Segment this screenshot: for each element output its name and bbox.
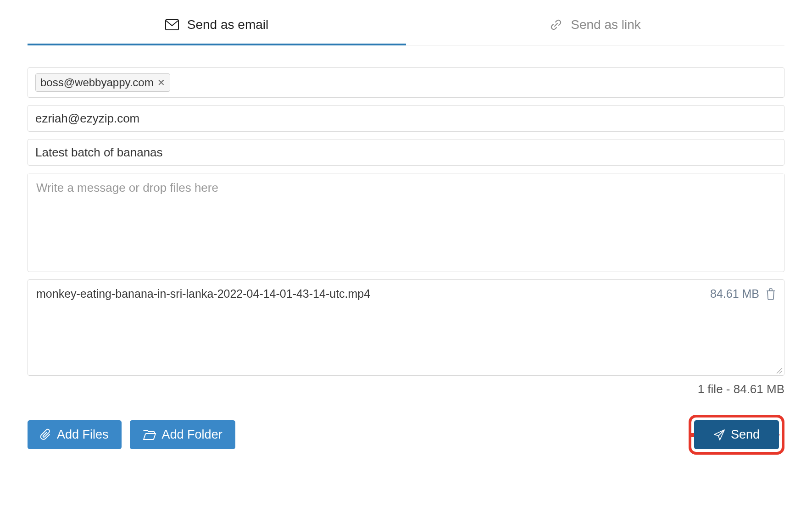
- recipient-chip-text: boss@webbyappy.com: [40, 76, 154, 89]
- folder-open-icon: [143, 429, 156, 440]
- tab-send-as-email[interactable]: Send as email: [28, 5, 406, 45]
- add-folder-label: Add Folder: [162, 428, 222, 442]
- bottom-bar: Add Files Add Folder: [28, 415, 784, 455]
- message-row: [28, 173, 784, 272]
- file-name: monkey-eating-banana-in-sri-lanka-2022-0…: [36, 287, 370, 301]
- link-icon: [550, 18, 562, 31]
- add-files-button[interactable]: Add Files: [28, 420, 122, 449]
- resize-handle-icon[interactable]: [775, 367, 783, 374]
- paperclip-icon: [40, 429, 51, 441]
- recipient-row[interactable]: boss@webbyappy.com ✕: [28, 67, 784, 98]
- tab-email-label: Send as email: [187, 17, 268, 32]
- file-row: monkey-eating-banana-in-sri-lanka-2022-0…: [28, 280, 784, 308]
- svg-rect-0: [166, 20, 178, 30]
- tab-link-label: Send as link: [571, 17, 641, 32]
- from-row[interactable]: [28, 105, 784, 132]
- recipient-chip[interactable]: boss@webbyappy.com ✕: [35, 73, 170, 92]
- chip-remove-icon[interactable]: ✕: [157, 77, 165, 88]
- tab-send-as-link[interactable]: Send as link: [406, 5, 784, 45]
- subject-row[interactable]: [28, 139, 784, 166]
- file-list: monkey-eating-banana-in-sri-lanka-2022-0…: [28, 279, 784, 376]
- tabs: Send as email Send as link: [28, 5, 784, 45]
- send-label: Send: [731, 428, 760, 442]
- paper-plane-icon: [713, 429, 725, 441]
- subject-input[interactable]: [35, 145, 777, 160]
- main-container: Send as email Send as link boss@webbyapp…: [0, 0, 812, 473]
- file-summary: 1 file - 84.61 MB: [28, 382, 784, 396]
- send-button-highlight: Send: [689, 415, 784, 455]
- message-textarea[interactable]: [28, 173, 784, 270]
- file-row-right: 84.61 MB: [710, 287, 776, 301]
- envelope-icon: [165, 19, 179, 30]
- file-size: 84.61 MB: [710, 287, 759, 301]
- svg-line-2: [779, 371, 782, 373]
- svg-line-1: [777, 368, 782, 373]
- send-button[interactable]: Send: [694, 420, 779, 449]
- from-input[interactable]: [35, 111, 777, 126]
- trash-icon[interactable]: [766, 288, 776, 300]
- left-buttons: Add Files Add Folder: [28, 420, 235, 449]
- add-files-label: Add Files: [57, 428, 109, 442]
- add-folder-button[interactable]: Add Folder: [130, 420, 235, 449]
